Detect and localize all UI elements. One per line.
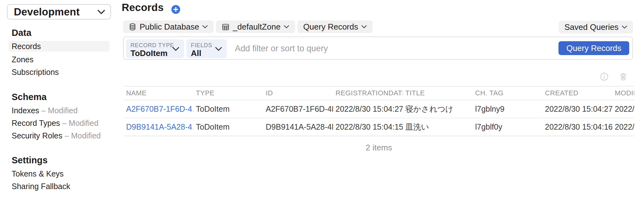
- plus-icon: [171, 5, 180, 14]
- table-header-row: NAME TYPE ID REGISTRATIONDATE TITLE CH. …: [124, 86, 634, 100]
- saved-queries-menu[interactable]: Saved Queries: [559, 21, 633, 33]
- cell-ch-tag: l7gblf0y: [473, 122, 542, 132]
- modified-badge: – Modified: [62, 119, 98, 127]
- saved-queries-label: Saved Queries: [564, 22, 619, 32]
- zone-select[interactable]: _defaultZone: [216, 20, 295, 33]
- sidebar-item-record-types[interactable]: Record Types – Modified: [12, 118, 98, 128]
- record-type-select[interactable]: RECORD TYPE ToDoItem: [126, 39, 184, 58]
- cell-title: 寝かされつけ: [403, 104, 473, 114]
- chevron-down-icon: [284, 25, 289, 29]
- column-header-registrationdate[interactable]: REGISTRATIONDATE: [333, 89, 403, 97]
- column-header-title[interactable]: TITLE: [403, 89, 473, 97]
- database-select[interactable]: Public Database: [123, 20, 214, 33]
- sidebar-item-label: Subscriptions: [12, 68, 59, 76]
- item-count: 2 items: [124, 143, 634, 152]
- chevron-down-icon: [97, 9, 105, 14]
- toolbar: Public Database _defaultZone Query Recor…: [123, 20, 373, 33]
- sidebar-item-tokens-keys[interactable]: Tokens & Keys: [12, 168, 64, 179]
- column-header-type[interactable]: TYPE: [193, 89, 263, 97]
- column-header-id[interactable]: ID: [263, 89, 333, 97]
- chevron-down-icon: [215, 47, 222, 51]
- cell-registrationdate: 2022/8/30 15:04:15 …: [333, 122, 403, 132]
- filter-sort-input[interactable]: [234, 40, 519, 57]
- sidebar-item-label: Record Types: [12, 119, 60, 127]
- page-title: Records: [122, 1, 164, 14]
- sidebar-item-label: Security Roles: [12, 131, 62, 140]
- column-header-ch-tag[interactable]: CH. TAG: [473, 89, 542, 97]
- sidebar-item-label: Records: [12, 42, 41, 51]
- database-select-label: Public Database: [140, 22, 199, 32]
- section-heading-settings: Settings: [12, 155, 47, 166]
- cell-created: 2022/8/30 15:04:16 …: [542, 122, 612, 132]
- records-table: NAME TYPE ID REGISTRATIONDATE TITLE CH. …: [124, 86, 634, 136]
- query-records-menu-label: Query Records: [303, 22, 358, 32]
- record-name-link[interactable]: D9B9141A-5A28-4…: [124, 122, 193, 132]
- cell-id: D9B9141A-5A28-4E…: [263, 122, 333, 132]
- cell-id: A2F670B7-1F6D-4D…: [263, 104, 333, 114]
- record-name-link[interactable]: A2F670B7-1F6D-4…: [124, 104, 193, 114]
- cloudkit-console: Development Data Records Zones Subscript…: [0, 0, 644, 202]
- sidebar-item-sharing-fallback[interactable]: Sharing Fallback: [12, 181, 70, 192]
- sidebar-item-label: Tokens & Keys: [12, 169, 64, 178]
- cell-created: 2022/8/30 15:04:27 …: [542, 104, 612, 114]
- environment-label: Development: [14, 6, 80, 18]
- environment-select[interactable]: Development: [7, 4, 111, 20]
- column-header-created[interactable]: CREATED: [542, 89, 612, 97]
- section-heading-schema: Schema: [12, 92, 47, 102]
- sidebar-item-records[interactable]: Records: [8, 41, 110, 52]
- cell-ch-tag: l7gblny9: [473, 104, 542, 114]
- add-record-button[interactable]: [171, 5, 180, 14]
- trash-icon[interactable]: [619, 72, 627, 81]
- chevron-down-icon: [202, 25, 208, 29]
- modified-badge: – Modified: [42, 106, 78, 115]
- table-tools: [600, 72, 627, 81]
- chevron-down-icon: [622, 25, 627, 29]
- fields-select[interactable]: FIELDS All: [186, 39, 227, 58]
- database-icon: [129, 23, 136, 31]
- cell-type: ToDoItem: [193, 122, 263, 132]
- column-header-name[interactable]: NAME: [124, 89, 193, 97]
- query-records-menu[interactable]: Query Records: [297, 20, 373, 33]
- modified-badge: – Modified: [64, 131, 101, 140]
- sidebar-item-label: Indexes: [12, 106, 39, 115]
- table-row: D9B9141A-5A28-4… ToDoItem D9B9141A-5A28-…: [124, 118, 634, 136]
- cell-title: 皿洗い: [403, 122, 473, 132]
- sidebar-item-subscriptions[interactable]: Subscriptions: [12, 67, 59, 77]
- cell-registrationdate: 2022/8/30 15:04:27 …: [333, 104, 403, 114]
- sidebar-item-indexes[interactable]: Indexes – Modified: [12, 105, 78, 116]
- chevron-down-icon: [172, 47, 180, 51]
- sidebar-item-label: Zones: [12, 55, 33, 64]
- query-bar: RECORD TYPE ToDoItem FIELDS All Query Re…: [123, 36, 633, 60]
- column-header-modified[interactable]: MODIF: [612, 89, 634, 97]
- cell-modified: 2022/8: [612, 104, 634, 114]
- chevron-down-icon: [361, 25, 367, 29]
- cell-modified: 2022/8: [612, 122, 634, 132]
- info-icon[interactable]: [600, 72, 608, 81]
- query-records-button[interactable]: Query Records: [558, 41, 629, 55]
- cell-type: ToDoItem: [193, 104, 263, 114]
- sidebar-item-label: Sharing Fallback: [12, 182, 70, 191]
- zone-grid-icon: [222, 23, 230, 31]
- zone-select-label: _defaultZone: [233, 22, 280, 32]
- section-heading-data: Data: [12, 27, 31, 38]
- sidebar-item-zones[interactable]: Zones: [12, 54, 33, 65]
- table-row: A2F670B7-1F6D-4… ToDoItem A2F670B7-1F6D-…: [124, 100, 634, 118]
- sidebar-item-security-roles[interactable]: Security Roles – Modified: [12, 130, 101, 141]
